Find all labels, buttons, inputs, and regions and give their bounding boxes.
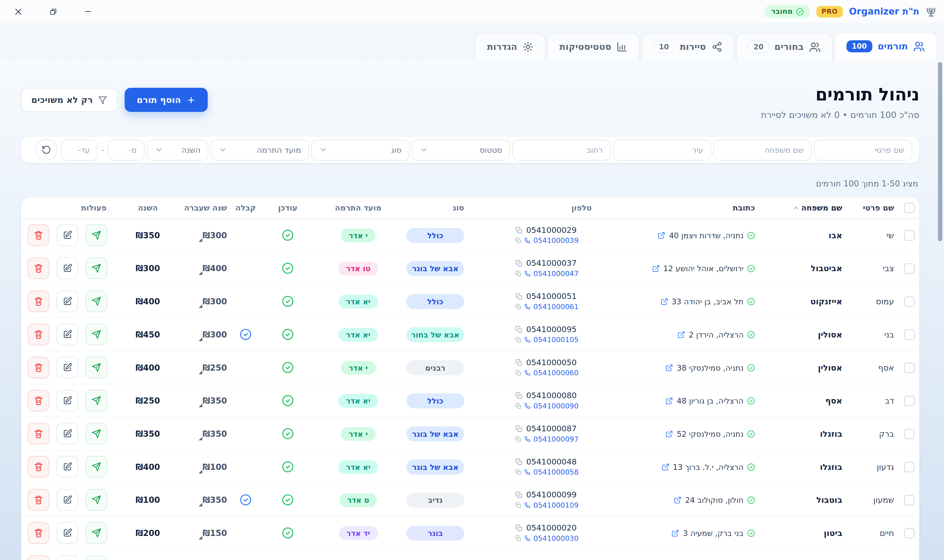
copy-icon[interactable] [515,425,522,432]
type-filter-select[interactable]: סוג [311,139,409,160]
copy-icon[interactable] [515,502,521,508]
add-donor-button[interactable]: הוסף תורם [125,88,207,112]
reset-filters-button[interactable] [35,139,57,161]
window-minimize-button[interactable] [79,3,96,20]
city-filter-input[interactable] [613,139,711,160]
last-name-filter-input[interactable] [713,139,811,160]
copy-icon[interactable] [515,535,521,542]
phone-icon[interactable] [524,535,530,542]
phone-icon[interactable] [524,370,530,376]
delete-button[interactable] [28,390,49,411]
external-link-icon[interactable] [677,331,685,338]
external-link-icon[interactable] [658,231,665,239]
send-button[interactable] [86,423,107,445]
copy-icon[interactable] [515,337,521,343]
edit-button[interactable] [57,291,78,312]
window-close-button[interactable] [9,3,26,20]
copy-icon[interactable] [515,292,522,300]
edit-button[interactable] [57,324,78,345]
delete-button[interactable] [28,324,49,345]
send-button[interactable] [86,456,107,477]
delete-button[interactable] [28,291,49,312]
row-checkbox[interactable] [904,230,914,240]
row-checkbox[interactable] [904,395,914,406]
select-all-checkbox[interactable] [904,203,914,213]
row-checkbox[interactable] [904,363,914,373]
tab-settings[interactable]: הגדרות [475,33,546,60]
external-link-icon[interactable] [674,496,682,504]
row-checkbox[interactable] [904,329,914,340]
edit-button[interactable] [57,224,78,246]
send-button[interactable] [86,489,107,511]
copy-icon[interactable] [515,226,522,234]
street-filter-input[interactable] [512,139,611,160]
row-checkbox[interactable] [904,528,914,538]
edit-button[interactable] [57,522,78,544]
tab-statistics[interactable]: סטטיסטיקות [548,33,640,60]
copy-icon[interactable] [515,491,522,498]
external-link-icon[interactable] [652,264,660,272]
copy-icon[interactable] [515,392,522,399]
edit-button[interactable] [57,257,78,279]
edit-button[interactable] [57,456,78,477]
window-restore-button[interactable] [45,3,62,20]
delete-button[interactable] [28,456,49,477]
year-filter-select[interactable]: השנה [147,139,208,160]
phone-icon[interactable] [524,469,530,475]
row-checkbox[interactable] [904,263,914,273]
tab-patrols[interactable]: סיירות 10 [642,33,734,60]
external-link-icon[interactable] [665,397,673,405]
tab-boys[interactable]: בחורים 20 [736,33,832,60]
delete-button[interactable] [28,522,49,544]
send-button[interactable] [86,291,107,312]
copy-icon[interactable] [515,469,521,475]
send-button[interactable] [86,522,107,544]
tab-donors[interactable]: תורמים 100 [834,32,937,60]
copy-icon[interactable] [515,304,521,310]
edit-button[interactable] [57,390,78,411]
delete-button[interactable] [28,224,49,246]
delete-button[interactable] [28,423,49,445]
copy-icon[interactable] [515,524,522,531]
unassigned-filter-button[interactable]: רק לא משויכים [21,88,117,112]
copy-icon[interactable] [515,260,522,267]
external-link-icon[interactable] [660,297,668,305]
edit-button[interactable] [57,357,78,378]
delete-button[interactable] [28,489,49,511]
phone-icon[interactable] [524,436,530,442]
delete-button[interactable] [28,257,49,279]
status-filter-select[interactable]: סטטוס [412,139,510,160]
copy-icon[interactable] [515,237,521,243]
copy-icon[interactable] [515,436,521,442]
copy-icon[interactable] [515,359,522,366]
phone-icon[interactable] [524,304,530,310]
donation-date-filter-select[interactable]: מועד התרמה [211,139,309,160]
edit-button[interactable] [57,555,78,560]
send-button[interactable] [86,257,107,279]
amount-to-input[interactable] [61,139,97,160]
send-button[interactable] [86,357,107,378]
copy-icon[interactable] [515,271,521,277]
external-link-icon[interactable] [672,529,679,537]
column-header-last-name[interactable]: שם משפחה [771,197,850,218]
phone-icon[interactable] [524,271,530,277]
row-checkbox[interactable] [904,495,914,505]
copy-icon[interactable] [515,326,522,333]
edit-button[interactable] [57,423,78,445]
external-link-icon[interactable] [665,430,673,438]
phone-icon[interactable] [524,403,530,409]
row-checkbox[interactable] [904,296,914,306]
copy-icon[interactable] [515,403,521,409]
copy-icon[interactable] [515,370,521,376]
phone-icon[interactable] [524,337,530,343]
row-checkbox[interactable] [904,462,914,472]
external-link-icon[interactable] [661,463,669,471]
delete-button[interactable] [28,357,49,378]
amount-from-input[interactable] [108,139,144,160]
copy-icon[interactable] [515,458,522,465]
edit-button[interactable] [57,489,78,511]
phone-icon[interactable] [524,237,530,243]
row-checkbox[interactable] [904,429,914,439]
phone-icon[interactable] [524,502,530,508]
external-link-icon[interactable] [665,363,673,371]
